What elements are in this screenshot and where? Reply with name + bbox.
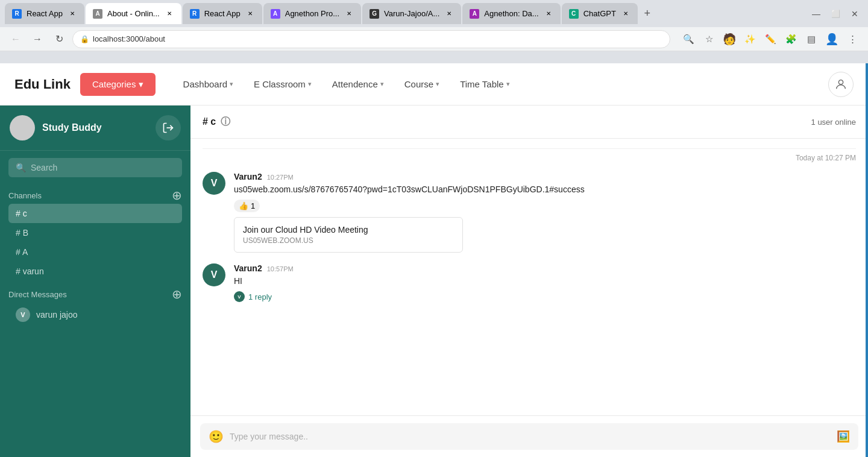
channels-section-header: Channels ⊕	[8, 189, 182, 201]
user-avatar-button[interactable]	[828, 72, 854, 97]
sidebar-search-area: 🔍	[0, 151, 190, 184]
dm-section-header: Direct Messages ⊕	[8, 288, 182, 300]
address-bar[interactable]: 🔒 localhost:3000/about	[72, 30, 670, 48]
attach-image-button[interactable]: 🖼️	[837, 430, 850, 443]
nav-dashboard[interactable]: Dashboard ▾	[175, 74, 242, 94]
channel-b[interactable]: # B	[8, 223, 182, 242]
tab-react-app-1[interactable]: R React App ✕	[5, 3, 84, 24]
replies-count-text: 1 reply	[248, 292, 272, 301]
tab-bar: R React App ✕ A About - Onlin... ✕ R Rea…	[0, 0, 868, 27]
info-icon[interactable]: ⓘ	[221, 116, 230, 128]
tab-close-1[interactable]: ✕	[68, 9, 77, 19]
svg-point-0	[838, 80, 843, 84]
nav-attendence[interactable]: Attendence ▾	[324, 74, 392, 94]
channel-a[interactable]: # A	[8, 242, 182, 262]
tab-favicon-7: C	[569, 9, 579, 19]
dm-avatar: V	[16, 307, 30, 322]
forward-button[interactable]: →	[29, 31, 46, 48]
add-dm-button[interactable]: ⊕	[172, 288, 182, 300]
tab-close-5[interactable]: ✕	[444, 9, 454, 19]
minimize-button[interactable]: —	[808, 5, 825, 22]
tab-title-1: React App	[27, 9, 63, 18]
tab-agnethon-da[interactable]: A Agnethon: Da... ✕	[462, 3, 560, 24]
tab-about-online[interactable]: A About - Onlin... ✕	[86, 3, 181, 24]
chevron-down-icon: ▾	[506, 80, 510, 88]
address-text: localhost:3000/about	[93, 34, 165, 43]
add-channel-button[interactable]: ⊕	[172, 189, 182, 201]
tab-favicon-5: G	[370, 9, 379, 19]
sidebar-title: Study Buddy	[42, 122, 102, 133]
tab-close-4[interactable]: ✕	[344, 9, 354, 19]
message-text-1: us05web.zoom.us/s/87676765740?pwd=1cT03s…	[234, 183, 856, 196]
tab-favicon-1: R	[12, 9, 22, 19]
reply-avatar: V	[234, 291, 245, 302]
chat-input-area: 🙂 🖼️	[190, 415, 868, 457]
sidebar: Study Buddy 🔍 Chan	[0, 106, 190, 457]
tab-close-3[interactable]: ✕	[245, 9, 255, 19]
close-window-button[interactable]: ✕	[846, 5, 863, 22]
message-avatar-2: V	[203, 263, 225, 286]
search-icon: 🔍	[16, 163, 26, 172]
nav-e-classroom[interactable]: E Classroom ▾	[245, 74, 320, 94]
message-replies-2[interactable]: V 1 reply	[234, 291, 856, 302]
edit-button[interactable]: ✏️	[762, 31, 779, 48]
user-profile-button[interactable]: 👤	[823, 31, 840, 48]
extensions-button[interactable]: 🧩	[782, 31, 799, 48]
categories-button[interactable]: Categories ▾	[80, 73, 156, 96]
lock-icon: 🔒	[80, 35, 89, 43]
profile-button[interactable]: 🧑	[721, 31, 738, 48]
message-link-preview-1[interactable]: Join our Cloud HD Video Meeting US05WEB.…	[234, 217, 463, 253]
bookmark-button[interactable]: ☆	[700, 31, 717, 48]
chat-messages: Today at 10:27 PM V Varun2 10:27PM us05w…	[190, 139, 868, 415]
tab-agnethon-pro[interactable]: A Agnethon Pro... ✕	[263, 3, 361, 24]
users-online-count: 1 user online	[811, 118, 856, 127]
top-nav: Edu Link Categories ▾ Dashboard ▾ E Clas…	[0, 63, 868, 106]
channel-name-text: # c	[203, 116, 216, 127]
tab-chatgpt[interactable]: C ChatGPT ✕	[562, 3, 638, 24]
menu-button[interactable]: ⋮	[844, 31, 861, 48]
channels-section: Channels ⊕ # c # B # A # varun	[0, 184, 190, 283]
date-divider: Today at 10:27 PM	[203, 148, 856, 172]
message-reaction-1[interactable]: 👍 1	[234, 200, 260, 212]
maximize-button[interactable]: ⬜	[827, 5, 844, 22]
tab-react-app-2[interactable]: R React App ✕	[183, 3, 262, 24]
chat-input-wrap: 🙂 🖼️	[200, 423, 858, 450]
reload-button[interactable]: ↻	[51, 31, 68, 48]
channel-varun[interactable]: # varun	[8, 262, 182, 281]
app-logo: Edu Link	[14, 77, 71, 92]
channel-c[interactable]: # c	[8, 204, 182, 223]
nav-course[interactable]: Course ▾	[396, 74, 448, 94]
tab-close-6[interactable]: ✕	[544, 9, 553, 19]
chevron-down-icon: ▾	[308, 80, 312, 88]
message-time-2: 10:57PM	[267, 265, 294, 273]
search-action-button[interactable]: 🔍	[680, 31, 697, 48]
tab-varun-github[interactable]: G Varun-Jajoo/A... ✕	[362, 3, 461, 24]
back-button[interactable]: ←	[7, 31, 24, 48]
search-input[interactable]	[31, 163, 175, 172]
dm-varun-jajoo[interactable]: V varun jajoo	[8, 303, 182, 327]
message-input[interactable]	[230, 432, 831, 441]
logout-icon	[162, 122, 174, 134]
dm-section: Direct Messages ⊕ V varun jajoo	[0, 283, 190, 329]
chevron-down-icon: ▾	[436, 80, 439, 88]
tab-favicon-2: A	[93, 9, 102, 19]
tab-title-7: ChatGPT	[583, 9, 616, 18]
chat-area: # c ⓘ 1 user online Today at 10:27 PM V …	[190, 106, 868, 457]
tab-title-4: Agnethon Pro...	[285, 9, 339, 18]
sparkle-button[interactable]: ✨	[741, 31, 758, 48]
chevron-down-icon: ▾	[230, 80, 233, 88]
tab-title-2: About - Onlin...	[107, 9, 160, 18]
nav-time-table[interactable]: Time Table ▾	[451, 74, 518, 94]
reaction-emoji-1: 👍	[239, 201, 248, 210]
search-input-wrap[interactable]: 🔍	[8, 158, 182, 177]
app: Edu Link Categories ▾ Dashboard ▾ E Clas…	[0, 63, 868, 457]
emoji-button[interactable]: 🙂	[209, 429, 224, 444]
logout-button[interactable]	[156, 115, 181, 140]
browser-actions: 🔍 ☆ 🧑 ✨ ✏️ 🧩 ▤ 👤 ⋮	[680, 31, 861, 48]
tab-close-2[interactable]: ✕	[165, 9, 174, 19]
tab-favicon-6: A	[470, 9, 479, 19]
reaction-count-1: 1	[251, 201, 255, 210]
tab-close-7[interactable]: ✕	[621, 9, 631, 19]
sidebar-toggle-button[interactable]: ▤	[803, 31, 820, 48]
new-tab-button[interactable]: +	[639, 5, 656, 22]
